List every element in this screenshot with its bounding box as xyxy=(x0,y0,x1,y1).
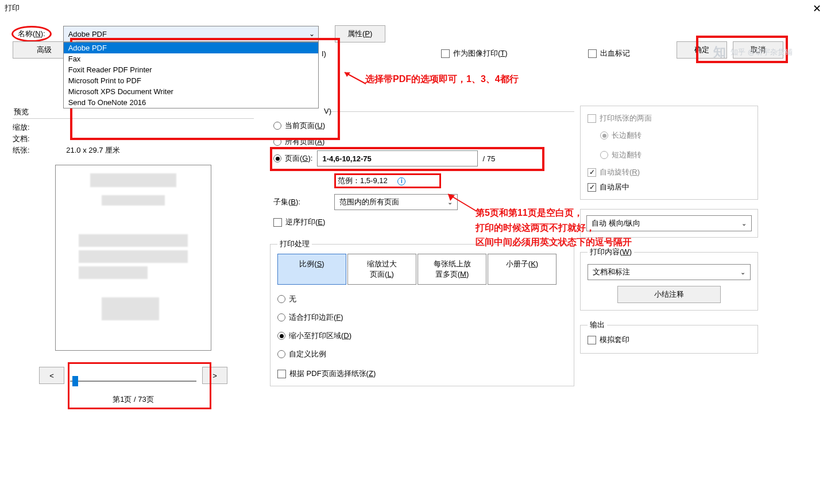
arrow-icon xyxy=(340,67,369,90)
name-label-highlight: 名称(N): xyxy=(11,26,52,42)
printer-selected: Adobe PDF xyxy=(68,30,107,38)
radio-short-edge: 短边翻转 xyxy=(600,150,751,160)
subset-label: 子集(B): xyxy=(273,197,334,207)
auto-rotate-checkbox: 自动旋转(R) xyxy=(588,167,751,177)
radio-none[interactable]: 无 xyxy=(277,294,567,304)
print-as-image-checkbox[interactable]: 作为图像打印(T) xyxy=(441,48,508,59)
duplex-checkbox: 打印纸张的两面 xyxy=(588,113,751,123)
doc-label: 文档: xyxy=(13,134,30,143)
tab-fit[interactable]: 缩放过大页面(L) xyxy=(347,254,416,285)
radio-custom[interactable]: 自定义比例 xyxy=(277,349,567,359)
ok-button[interactable]: 确定 xyxy=(677,41,727,59)
printer-option[interactable]: Foxit Reader PDF Printer xyxy=(64,64,318,75)
close-icon[interactable]: ✕ xyxy=(813,2,821,15)
radio-pages[interactable]: 页面(G): xyxy=(273,153,312,164)
properties-button[interactable]: 属性(P) xyxy=(335,25,385,42)
auto-center-checkbox[interactable]: 自动居中 xyxy=(588,182,751,192)
paper-label: 纸张: xyxy=(13,146,30,154)
printer-option[interactable]: Adobe PDF xyxy=(64,42,318,53)
radio-shrink[interactable]: 缩小至打印区域(D) xyxy=(277,331,567,341)
printer-select[interactable]: Adobe PDF ⌄ xyxy=(63,26,319,42)
pages-input[interactable] xyxy=(317,150,478,166)
annotation-blank-pages: 第5页和第11页是空白页， 打印的时候这两页不打就好， 区间中间必须用英文状态下… xyxy=(476,206,632,250)
chevron-down-icon: ⌄ xyxy=(309,30,315,38)
tab-multiple[interactable]: 每张纸上放置多页(M) xyxy=(418,254,486,285)
preview-thumbnail xyxy=(55,165,211,351)
radio-all-pages[interactable]: 所有页面(A) xyxy=(273,137,574,147)
page-slider[interactable] xyxy=(70,375,196,376)
prev-page-button[interactable]: < xyxy=(39,367,64,384)
tab-scale[interactable]: 比例(S) xyxy=(277,254,346,285)
tab-booklet[interactable]: 小册子(K) xyxy=(488,254,557,285)
output-legend: 输出 xyxy=(588,320,607,330)
pages-example: 范例：1,5-9,12 xyxy=(338,176,388,185)
info-icon[interactable]: i xyxy=(397,177,405,185)
pages-total: / 75 xyxy=(482,154,495,163)
printer-option[interactable]: Microsoft XPS Document Writer xyxy=(64,86,318,97)
printer-dropdown[interactable]: Adobe PDF Fax Foxit Reader PDF Printer M… xyxy=(63,42,319,108)
v-marker: V) xyxy=(324,107,331,115)
simulate-overprint-checkbox[interactable]: 模拟套印 xyxy=(588,335,629,345)
printer-option[interactable]: Fax xyxy=(64,53,318,64)
page-indicator: 第1页 / 73页 xyxy=(13,394,254,405)
paper-value: 21.0 x 29.7 厘米 xyxy=(66,146,120,154)
printer-option[interactable]: Microsoft Print to PDF xyxy=(64,75,318,86)
arrow-icon xyxy=(442,188,482,217)
printer-option[interactable]: Send To OneNote 2016 xyxy=(64,97,318,108)
content-select[interactable]: 文档和标注 ⌄ xyxy=(588,264,751,280)
summarize-button[interactable]: 小结注释 xyxy=(617,286,721,303)
chevron-down-icon: ⌄ xyxy=(740,269,745,276)
handling-legend: 打印处理 xyxy=(277,239,312,249)
radio-fit-margin[interactable]: 适合打印边距(F) xyxy=(277,312,567,323)
choose-paper-checkbox[interactable]: 根据 PDF页面选择纸张(Z) xyxy=(277,369,567,379)
radio-current-page[interactable]: 当前页面(U) xyxy=(273,121,574,131)
chevron-down-icon: ⌄ xyxy=(741,220,747,227)
cancel-button[interactable]: 取消 xyxy=(733,41,783,59)
dialog-title: 打印 xyxy=(5,3,20,13)
zoom-label: 缩放: xyxy=(13,123,30,131)
name-label: 名称(N): xyxy=(18,29,45,38)
radio-long-edge: 长边翻转 xyxy=(600,130,751,141)
collate-partial: I) xyxy=(322,49,326,58)
bleed-marks-checkbox[interactable]: 出血标记 xyxy=(588,48,630,59)
next-page-button[interactable]: > xyxy=(202,367,227,384)
subset-select[interactable]: 范围内的所有页面 ⌄ xyxy=(334,194,458,210)
annotation-select-pdf: 选择带PDF的选项即可，1、3、4都行 xyxy=(365,73,519,86)
